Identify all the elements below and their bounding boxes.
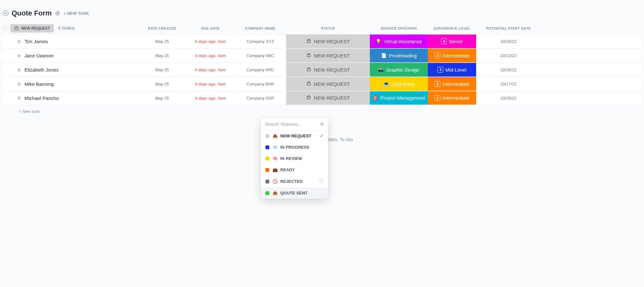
status-cell[interactable]: NEW REQUEST — [286, 63, 370, 77]
experience-level-number: 2 — [435, 81, 440, 87]
due-date-cell[interactable]: 4 days ago, 4am — [186, 63, 235, 77]
column-header-service-offering[interactable]: SERVICE OFFERING — [370, 26, 428, 30]
service-label: Graphic Design — [386, 67, 419, 73]
status-cell[interactable]: NEW REQUEST — [286, 91, 370, 105]
status-search-input[interactable] — [265, 122, 310, 127]
board-header: Quote Form i + NEW TASK — [0, 3, 644, 20]
date-created-cell[interactable]: May 25 — [138, 63, 186, 77]
group-status-pill[interactable]: NEW REQUEST — [10, 24, 54, 33]
new-task-inline[interactable]: + New task — [3, 105, 641, 118]
status-label: NEW REQUEST — [314, 81, 350, 87]
new-task-button[interactable]: + NEW TASK — [63, 11, 89, 16]
due-date-cell[interactable]: 4 days ago, 4am — [186, 91, 235, 105]
table-row[interactable]: Michael PanchoMay 254 days ago, 4amCompa… — [3, 91, 641, 105]
board-title: Quote Form — [12, 9, 52, 17]
chevron-down-icon — [4, 27, 7, 30]
service-label: Proofreading — [389, 53, 417, 58]
experience-label: Intermediate — [442, 81, 469, 87]
due-date-cell[interactable]: 4 days ago, 4am — [186, 35, 235, 48]
task-name-cell[interactable]: Mike Banning — [3, 77, 138, 91]
status-option[interactable]: 🚫REJECTED — [261, 175, 328, 187]
potential-start-date-cell[interactable]: 10/17/22 — [476, 77, 541, 91]
status-dot — [17, 96, 21, 100]
service-cell[interactable]: 💻Data Entry — [370, 77, 428, 91]
due-date-cell[interactable]: 4 days ago, 4am — [186, 49, 235, 63]
service-cell[interactable]: 💡Virtual Assistance — [370, 35, 428, 48]
task-name: Michael Pancho — [24, 95, 59, 101]
experience-label: Intermediate — [442, 53, 469, 58]
date-created-cell[interactable]: May 25 — [138, 35, 186, 48]
svg-point-1 — [309, 53, 310, 54]
task-name: Jane Dawson — [24, 53, 54, 58]
experience-cell[interactable]: 3Mid-Level — [428, 63, 476, 77]
experience-cell[interactable]: 2Intermediate — [428, 77, 476, 91]
inbox-icon — [306, 81, 311, 87]
svg-point-2 — [309, 67, 310, 68]
table-row[interactable]: Tim JamesMay 254 days ago, 4amCompany XY… — [3, 34, 641, 48]
status-cell[interactable]: NEW REQUEST — [286, 77, 370, 91]
experience-cell[interactable]: 2Intermediate — [428, 49, 476, 63]
dropdown-search-row: ⚙ — [261, 118, 328, 130]
collapse-group-toggle[interactable] — [3, 25, 8, 31]
status-option[interactable]: 💼READY — [261, 164, 328, 175]
status-option-label: READY — [280, 167, 323, 172]
due-date-cell[interactable]: 4 days ago, 4am — [186, 77, 235, 91]
collapse-board-toggle[interactable] — [3, 10, 8, 16]
company-name-cell[interactable]: Company BAR — [235, 77, 286, 91]
status-option-icon: 🚫 — [273, 179, 277, 184]
date-created-cell[interactable]: May 25 — [138, 91, 186, 105]
column-header-experience-level[interactable]: EXPERIENCE LEVEL — [428, 26, 476, 30]
inbox-icon — [306, 67, 311, 73]
experience-cell[interactable]: 4Senior — [428, 35, 476, 48]
status-option[interactable]: 📥NEW REQUEST✓ — [261, 130, 328, 142]
status-option-label: IN PROGRESS — [280, 145, 323, 150]
status-option-label: REJECTED — [280, 179, 316, 184]
company-name-cell[interactable]: Company ARC — [235, 63, 286, 77]
table-row[interactable]: Mike BanningMay 254 days ago, 4amCompany… — [3, 77, 641, 91]
status-option-icon: 📥 — [273, 134, 277, 138]
experience-cell[interactable]: 2Intermediate — [428, 91, 476, 105]
gear-icon[interactable]: ⚙ — [320, 122, 324, 127]
experience-level-number: 2 — [435, 95, 440, 101]
status-dot — [17, 68, 21, 72]
task-name-cell[interactable]: Michael Pancho — [3, 91, 138, 105]
column-header-potential-start-date[interactable]: POTENTIAL START DATE — [476, 26, 541, 30]
task-name-cell[interactable]: Tim James — [3, 35, 138, 48]
status-dot — [17, 54, 21, 57]
date-created-cell[interactable]: May 25 — [138, 77, 186, 91]
status-option[interactable]: 📧IN PROGRESS — [261, 142, 328, 153]
experience-label: Intermediate — [442, 95, 469, 101]
status-option-label: NEW REQUEST — [280, 134, 317, 138]
status-cell[interactable]: NEW REQUEST — [286, 49, 370, 63]
task-name-cell[interactable]: Elizabeth Jones — [3, 63, 138, 77]
status-cell[interactable]: NEW REQUEST — [286, 35, 370, 48]
potential-start-date-cell[interactable]: 10/24/22 — [476, 35, 541, 48]
potential-start-date-cell[interactable]: 10/25/22 — [476, 91, 541, 105]
table-row[interactable]: Elizabeth JonesMay 254 days ago, 4amComp… — [3, 63, 641, 77]
status-option[interactable]: 🧠IN REVIEW — [261, 153, 328, 164]
company-name-cell[interactable]: Company ABC — [235, 49, 286, 63]
potential-start-date-cell[interactable]: 10/26/22 — [476, 63, 541, 77]
potential-start-date-cell[interactable]: 10/22/22 — [476, 49, 541, 63]
column-header-status[interactable]: STATUS — [286, 26, 370, 30]
service-cell[interactable]: 📄Proofreading — [370, 49, 428, 63]
column-header-due-date[interactable]: DUE DATE — [186, 26, 235, 30]
status-swatch — [265, 145, 269, 149]
task-count: 5 TASKS — [58, 26, 74, 31]
company-name-cell[interactable]: Company SXP — [235, 91, 286, 105]
date-created-cell[interactable]: May 25 — [138, 49, 186, 63]
column-header-company-name[interactable]: COMPANY NAME — [235, 26, 286, 30]
status-swatch — [265, 134, 269, 138]
status-option-icon: 🧠 — [273, 156, 277, 161]
service-cell[interactable]: 📷Graphic Design — [370, 63, 428, 77]
service-cell[interactable]: 🎯Project Management — [370, 91, 428, 105]
company-name-cell[interactable]: Company XYZ — [235, 35, 286, 48]
inbox-icon — [14, 26, 19, 31]
task-name-cell[interactable]: Jane Dawson — [3, 49, 138, 63]
info-icon[interactable]: i — [55, 11, 60, 16]
column-header-date-created[interactable]: DATE CREATED — [138, 26, 186, 30]
status-option[interactable]: 📤QOUTE SENT — [261, 187, 328, 199]
status-option-icon: 📧 — [273, 145, 277, 150]
table-row[interactable]: Jane DawsonMay 254 days ago, 4amCompany … — [3, 48, 641, 63]
status-swatch — [265, 157, 269, 161]
